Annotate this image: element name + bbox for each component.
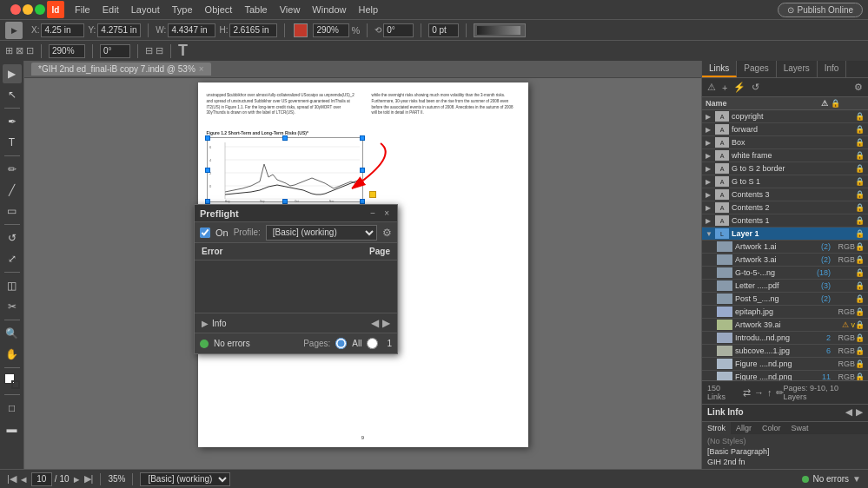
direct-select-tool[interactable]: ↖ <box>3 85 22 104</box>
tab-layers[interactable]: Layers <box>777 61 818 77</box>
preflight-num-radio[interactable] <box>367 338 378 349</box>
preflight-close-btn[interactable]: × <box>381 208 392 218</box>
link-badge[interactable]: 11 <box>822 373 831 380</box>
zoom-tool[interactable]: 🔍 <box>3 324 22 343</box>
scissors-tool[interactable]: ✂ <box>3 297 22 316</box>
link-row-letter[interactable]: Letter .....pdf (3) 🔒 <box>702 280 868 293</box>
zoom2-input[interactable] <box>49 44 85 58</box>
links-relink-btn[interactable]: ⇄ <box>743 387 751 399</box>
menu-window[interactable]: Window <box>307 3 351 16</box>
link-info-prev-btn[interactable]: ◀ <box>845 407 852 417</box>
menu-object[interactable]: Object <box>200 3 238 16</box>
link-row-g-to-5[interactable]: G-to-5-...ng (18) 🔒 <box>702 267 868 280</box>
window-close-btn[interactable] <box>10 4 21 15</box>
page-next-btn[interactable]: ► <box>72 474 82 485</box>
preflight-info-expand[interactable]: ▶ <box>202 319 209 328</box>
document-canvas[interactable]: unstrapped $cubbikhor over almost-fully-… <box>24 78 701 469</box>
fill-stroke-indicator[interactable] <box>4 373 20 389</box>
pen-tool[interactable]: ✒ <box>3 112 22 131</box>
pencil-tool[interactable]: ✏ <box>3 160 22 179</box>
selection-handle-ml[interactable] <box>205 168 210 173</box>
link-row-g-to-s1[interactable]: ▶ A G to S 1 🔒 <box>702 175 868 188</box>
links-gear-icon[interactable]: ⚙ <box>852 80 865 95</box>
page-number-input[interactable] <box>31 472 52 486</box>
rotation-input[interactable] <box>383 23 414 37</box>
links-edit-btn[interactable]: ✏ <box>776 387 784 399</box>
preview-mode-btn[interactable]: ▬ <box>3 419 22 439</box>
link-row-figure1[interactable]: Figure ....nd.png RGB 🔒 <box>702 358 868 371</box>
tab-color[interactable]: Color <box>757 422 786 434</box>
corner-input[interactable] <box>428 23 459 37</box>
tab-info[interactable]: Info <box>818 61 847 77</box>
preflight-profile-select[interactable]: [Basic] (working) <box>266 225 377 241</box>
selection-handle-extra[interactable] <box>369 191 376 198</box>
selection-handle-tr[interactable] <box>360 135 365 141</box>
y-input[interactable] <box>97 23 141 37</box>
link-row-box[interactable]: ▶ A Box 🔒 <box>702 136 868 149</box>
link-row-contents3[interactable]: ▶ A Contents 3 🔒 <box>702 188 868 201</box>
menu-type[interactable]: Type <box>167 3 198 16</box>
link-row-subcove1[interactable]: subcove....1.jpg 6 RGB 🔒 <box>702 345 868 358</box>
menu-help[interactable]: Help <box>353 3 383 16</box>
normal-mode-btn[interactable]: □ <box>3 399 22 418</box>
tab-pages[interactable]: Pages <box>737 61 776 77</box>
preflight-settings-icon[interactable]: ⚙ <box>382 227 392 239</box>
selection-tool[interactable]: ▶ <box>3 64 22 83</box>
window-max-btn[interactable] <box>35 4 45 15</box>
canvas-tab-close[interactable]: × <box>199 64 204 74</box>
link-info-next-btn[interactable]: ▶ <box>856 407 863 417</box>
gradient-tool[interactable]: ◫ <box>3 276 22 295</box>
x-input[interactable] <box>41 23 84 37</box>
menu-view[interactable]: View <box>275 3 306 16</box>
link-row-white-frame[interactable]: ▶ A white frame 🔒 <box>702 149 868 162</box>
h-input[interactable] <box>229 23 277 37</box>
rotation2-input[interactable] <box>100 44 130 58</box>
hand-tool[interactable]: ✋ <box>3 345 22 364</box>
preflight-dropdown-btn[interactable]: ▼ <box>852 474 861 484</box>
link-badge[interactable]: (2) <box>821 242 831 251</box>
links-refresh-icon[interactable]: ↺ <box>750 80 761 95</box>
link-row-g-to-s2[interactable]: ▶ A G to S 2 border 🔒 <box>702 162 868 175</box>
page-last-btn[interactable]: ▶| <box>84 473 94 485</box>
menu-layout[interactable]: Layout <box>126 3 165 16</box>
link-row-epitaph[interactable]: epitaph.jpg RGB 🔒 <box>702 306 868 319</box>
preflight-all-radio[interactable] <box>335 338 347 349</box>
line-tool[interactable]: ╱ <box>3 181 22 200</box>
selection-handle-tm[interactable] <box>282 135 288 141</box>
rect-tool[interactable]: ▭ <box>3 201 22 221</box>
link-badge[interactable]: (18) <box>817 268 831 277</box>
links-update-btn[interactable]: ↑ <box>767 387 772 398</box>
tab-links[interactable]: Links <box>702 61 737 77</box>
link-badge[interactable]: (2) <box>821 255 831 264</box>
menu-edit[interactable]: Edit <box>97 3 124 16</box>
type-tool-icon[interactable]: T <box>178 42 188 60</box>
link-row-contents1[interactable]: ▶ A Contents 1 🔒 <box>702 214 868 228</box>
links-warning-icon[interactable]: ⚡ <box>732 80 747 95</box>
menu-file[interactable]: File <box>70 3 96 16</box>
preflight-prev-btn[interactable]: ◀ <box>371 317 379 329</box>
preflight-on-checkbox[interactable] <box>200 228 210 238</box>
link-row-contents2[interactable]: ▶ A Contents 2 🔒 <box>702 201 868 214</box>
page-first-btn[interactable]: |◀ <box>7 473 17 485</box>
scale-tool[interactable]: ⤢ <box>3 249 22 268</box>
links-sort-icon[interactable]: ⚠ <box>706 80 718 95</box>
zoom-input[interactable] <box>313 23 349 37</box>
type-tool[interactable]: T <box>3 133 22 152</box>
view-mode-select[interactable]: [Basic] (working) <box>140 472 230 486</box>
link-row-copyright[interactable]: ▶ A copyright 🔒 <box>702 110 868 123</box>
page-prev-btn[interactable]: ◄ <box>19 474 29 485</box>
link-row-post5[interactable]: Post 5_....ng (2) 🔒 <box>702 293 868 306</box>
link-row-artwork39[interactable]: Artwork 39.ai ⚠ v 🔒 <box>702 319 868 332</box>
link-row-layer1[interactable]: ▼ L Layer 1 🔒 <box>702 228 868 241</box>
selection-handle-tl[interactable] <box>205 135 210 141</box>
link-row-forward[interactable]: ▶ A forward 🔒 <box>702 123 868 136</box>
selection-handle-mr[interactable] <box>360 168 365 173</box>
link-row-artwork3[interactable]: Artwork 3.ai (2) RGB 🔒 <box>702 254 868 267</box>
tab-stroke[interactable]: Strok <box>702 422 731 434</box>
publish-online-button[interactable]: ⊙ Publish Online <box>778 3 863 17</box>
link-badge[interactable]: (2) <box>821 294 831 303</box>
link-row-introdu[interactable]: Introdu...nd.png 2 RGB 🔒 <box>702 332 868 345</box>
w-input[interactable] <box>168 23 215 37</box>
link-row-artwork1[interactable]: Artwork 1.ai (2) RGB 🔒 <box>702 241 868 254</box>
window-min-btn[interactable] <box>23 4 33 15</box>
